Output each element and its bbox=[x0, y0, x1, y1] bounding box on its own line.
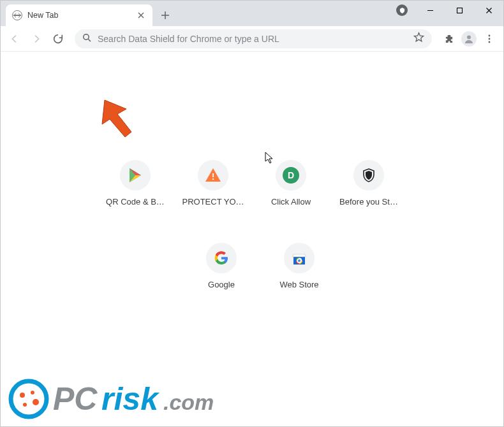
bookmark-star-icon[interactable] bbox=[413, 32, 424, 45]
svg-rect-6 bbox=[212, 173, 214, 177]
maximize-button[interactable] bbox=[445, 1, 474, 20]
shortcut-label: Before you St… bbox=[339, 197, 398, 206]
close-icon[interactable] bbox=[136, 10, 146, 20]
shortcut-item[interactable]: PROTECT YO… bbox=[177, 160, 249, 206]
omnibox[interactable]: Search Data Shield for Chrome or type a … bbox=[75, 29, 432, 48]
forward-button[interactable] bbox=[27, 30, 45, 48]
shortcut-label: PROTECT YO… bbox=[182, 197, 244, 206]
svg-rect-7 bbox=[212, 178, 214, 180]
shortcut-label: QR Code & B… bbox=[106, 197, 165, 206]
play-icon bbox=[120, 160, 151, 191]
svg-rect-0 bbox=[457, 8, 462, 13]
profile-button[interactable] bbox=[461, 31, 477, 47]
shortcut-item[interactable]: Web Store bbox=[263, 243, 335, 289]
search-icon bbox=[82, 33, 91, 45]
svg-point-18 bbox=[31, 391, 34, 394]
new-tab-button[interactable] bbox=[156, 6, 174, 24]
extensions-button[interactable] bbox=[440, 30, 457, 48]
shortcut-label: Web Store bbox=[279, 280, 318, 289]
svg-point-15 bbox=[298, 259, 300, 262]
arrow-annotation-icon bbox=[98, 96, 143, 143]
omnibox-placeholder: Search Data Shield for Chrome or type a … bbox=[98, 34, 407, 44]
content-area: QR Code & B… PROTECT YO… D Click Allow B… bbox=[1, 52, 503, 426]
svg-point-5 bbox=[489, 41, 491, 43]
shortcut-item[interactable]: D Click Allow bbox=[255, 160, 327, 206]
watermark: PC risk .com bbox=[7, 377, 243, 421]
shortcuts-row-1: QR Code & B… PROTECT YO… D Click Allow B… bbox=[100, 160, 404, 206]
shortcut-label: Click Allow bbox=[271, 197, 311, 206]
tab-title: New Tab bbox=[27, 11, 131, 20]
webstore-icon bbox=[284, 243, 315, 273]
shortcuts-row-2: Google Web Store bbox=[186, 243, 335, 289]
minimize-button[interactable] bbox=[415, 1, 445, 20]
svg-text:D: D bbox=[288, 170, 294, 180]
window-controls bbox=[415, 1, 503, 20]
svg-text:PC: PC bbox=[53, 381, 98, 417]
svg-text:.com: .com bbox=[163, 390, 214, 414]
tab-newtab[interactable]: New Tab bbox=[6, 4, 152, 26]
svg-text:risk: risk bbox=[101, 381, 159, 417]
menu-button[interactable] bbox=[480, 30, 498, 48]
letter-d-icon: D bbox=[276, 160, 306, 191]
google-icon bbox=[206, 243, 237, 273]
back-button[interactable] bbox=[6, 30, 24, 48]
svg-point-17 bbox=[20, 393, 25, 398]
svg-point-19 bbox=[33, 399, 39, 405]
shortcut-label: Google bbox=[208, 280, 235, 289]
security-badge-icon[interactable] bbox=[396, 4, 408, 16]
svg-point-16 bbox=[11, 381, 47, 417]
warning-icon bbox=[198, 160, 228, 191]
shortcut-item[interactable]: Before you St… bbox=[333, 160, 404, 206]
reload-button[interactable] bbox=[49, 30, 67, 48]
svg-point-20 bbox=[23, 403, 27, 407]
browser-window: New Tab bbox=[0, 0, 504, 427]
tabstrip: New Tab bbox=[1, 1, 503, 26]
svg-point-1 bbox=[84, 34, 89, 39]
svg-point-4 bbox=[489, 38, 491, 40]
toolbar: Search Data Shield for Chrome or type a … bbox=[1, 26, 503, 52]
shortcut-item[interactable]: Google bbox=[186, 243, 257, 289]
svg-point-3 bbox=[489, 34, 491, 36]
svg-point-2 bbox=[467, 35, 471, 39]
globe-icon bbox=[12, 10, 22, 20]
shield-icon bbox=[353, 160, 384, 191]
shortcut-item[interactable]: QR Code & B… bbox=[100, 160, 171, 206]
close-window-button[interactable] bbox=[474, 1, 503, 20]
